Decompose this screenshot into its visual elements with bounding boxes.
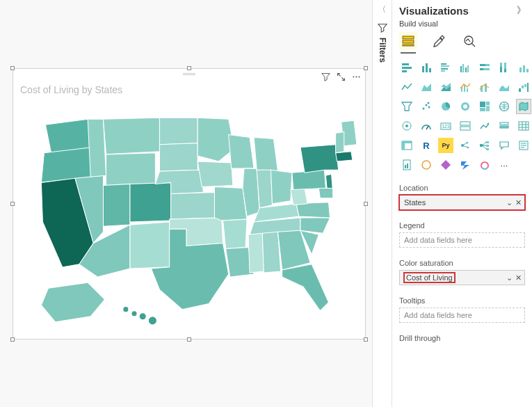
viz-filled-map-icon[interactable] bbox=[516, 99, 531, 114]
viz-powerapps-icon[interactable] bbox=[438, 157, 453, 173]
viz-line-stacked-icon[interactable] bbox=[516, 60, 531, 75]
viz-multi-row-card-icon[interactable] bbox=[458, 118, 473, 134]
viz-arcgis-icon[interactable] bbox=[419, 157, 434, 173]
viz-funnel-icon[interactable] bbox=[399, 99, 414, 114]
viz-table-icon[interactable] bbox=[516, 118, 531, 134]
field-label: Tooltips bbox=[399, 296, 525, 305]
state-ia[interactable] bbox=[198, 161, 233, 186]
viz-custom-1-icon[interactable] bbox=[477, 157, 492, 173]
map-visual[interactable]: Cost of Living by States bbox=[13, 68, 366, 340]
state-mi[interactable] bbox=[254, 138, 277, 172]
viz-stacked-bar-icon[interactable] bbox=[399, 60, 414, 75]
viz-100-column-icon[interactable] bbox=[497, 60, 512, 75]
state-ak[interactable] bbox=[41, 282, 104, 322]
viz-line-clustered-column-icon[interactable] bbox=[458, 79, 473, 95]
tab-analytics[interactable] bbox=[460, 32, 478, 50]
svg-rect-24 bbox=[462, 64, 464, 72]
state-nd[interactable] bbox=[159, 118, 198, 144]
field-well-tooltips[interactable]: Add data fields here bbox=[399, 308, 525, 323]
resize-handle[interactable] bbox=[10, 337, 15, 342]
state-in[interactable] bbox=[257, 170, 272, 208]
field-well-legend[interactable]: Add data fields here bbox=[399, 232, 525, 248]
choropleth-map[interactable] bbox=[20, 104, 358, 332]
viz-r-visual-icon[interactable]: R bbox=[419, 138, 434, 153]
chevron-down-icon[interactable]: ⌄ bbox=[506, 198, 513, 207]
state-co[interactable] bbox=[130, 182, 171, 222]
state-nc[interactable] bbox=[300, 218, 330, 233]
state-wv[interactable] bbox=[291, 188, 307, 205]
viz-get-more-icon[interactable]: ··· bbox=[497, 157, 512, 173]
viz-smart-narrative-icon[interactable] bbox=[516, 138, 531, 153]
viz-qa-icon[interactable] bbox=[497, 138, 512, 153]
state-wy[interactable] bbox=[106, 153, 156, 186]
viz-waterfall-icon[interactable] bbox=[516, 79, 531, 95]
state-hi[interactable] bbox=[123, 307, 157, 325]
field-well-color[interactable]: Cost of Living ⌄ ✕ bbox=[399, 270, 525, 285]
viz-matrix-icon[interactable] bbox=[399, 138, 414, 153]
state-pa[interactable] bbox=[292, 170, 326, 189]
viz-python-visual-icon[interactable]: Py bbox=[438, 138, 453, 153]
resize-handle[interactable] bbox=[187, 337, 191, 342]
resize-handle[interactable] bbox=[364, 337, 368, 342]
viz-100-bar-icon[interactable] bbox=[477, 60, 492, 75]
resize-handle[interactable] bbox=[364, 202, 368, 206]
viz-line-stacked-column-icon[interactable] bbox=[477, 79, 492, 95]
remove-field-icon[interactable]: ✕ bbox=[515, 273, 522, 282]
state-ny[interactable] bbox=[300, 145, 339, 173]
viz-azure-map-icon[interactable] bbox=[399, 118, 414, 134]
state-ks[interactable] bbox=[171, 193, 215, 219]
state-nm[interactable] bbox=[130, 222, 170, 269]
state-oh[interactable] bbox=[271, 170, 291, 204]
viz-key-influencers-icon[interactable] bbox=[458, 138, 473, 153]
field-well-location[interactable]: States ⌄ ✕ bbox=[399, 195, 525, 210]
viz-gauge-icon[interactable] bbox=[419, 118, 434, 134]
state-id[interactable] bbox=[88, 119, 106, 177]
viz-stacked-column-icon[interactable] bbox=[419, 60, 434, 75]
filters-pane-collapsed[interactable]: 〈 Filters bbox=[372, 0, 392, 407]
viz-clustered-column-icon[interactable] bbox=[458, 60, 473, 75]
resize-handle[interactable] bbox=[10, 202, 15, 206]
state-fl[interactable] bbox=[282, 264, 329, 311]
viz-scatter-icon[interactable] bbox=[419, 99, 434, 114]
state-vt-nh[interactable] bbox=[336, 131, 344, 152]
drag-grip-icon[interactable] bbox=[182, 71, 196, 77]
svg-rect-73 bbox=[519, 122, 529, 130]
viz-paginated-report-icon[interactable] bbox=[399, 157, 414, 173]
viz-card-icon[interactable]: 123 bbox=[438, 118, 453, 134]
state-ut[interactable] bbox=[103, 184, 129, 226]
viz-map-icon[interactable] bbox=[497, 99, 512, 114]
viz-donut-icon[interactable] bbox=[458, 99, 473, 114]
state-ar[interactable] bbox=[223, 219, 247, 249]
state-mt[interactable] bbox=[103, 118, 159, 154]
filter-icon[interactable] bbox=[321, 72, 330, 81]
state-sd[interactable] bbox=[159, 143, 198, 172]
viz-ribbon-icon[interactable] bbox=[497, 79, 512, 95]
state-wi[interactable] bbox=[229, 135, 254, 169]
viz-kpi-icon[interactable] bbox=[477, 118, 492, 134]
state-md-de[interactable] bbox=[319, 188, 332, 198]
resize-handle[interactable] bbox=[10, 66, 15, 70]
more-options-icon[interactable] bbox=[351, 72, 361, 81]
chevron-down-icon[interactable]: ⌄ bbox=[506, 273, 513, 282]
viz-decomposition-tree-icon[interactable] bbox=[477, 138, 492, 153]
viz-line-icon[interactable] bbox=[399, 79, 414, 95]
focus-mode-icon[interactable] bbox=[336, 72, 346, 81]
viz-stacked-area-icon[interactable] bbox=[438, 79, 453, 95]
state-ms[interactable] bbox=[248, 233, 264, 273]
viz-powerautomate-icon[interactable] bbox=[458, 157, 473, 173]
state-mo[interactable] bbox=[214, 186, 247, 221]
chevron-left-icon[interactable]: 〈 bbox=[378, 4, 386, 15]
remove-field-icon[interactable]: ✕ bbox=[515, 198, 522, 207]
state-ma[interactable] bbox=[336, 152, 353, 161]
viz-area-icon[interactable] bbox=[419, 79, 434, 95]
viz-pie-icon[interactable] bbox=[438, 99, 453, 114]
viz-treemap-icon[interactable] bbox=[477, 99, 492, 114]
collapse-pane-icon[interactable]: 》 bbox=[517, 4, 525, 17]
viz-slicer-icon[interactable] bbox=[497, 118, 512, 134]
viz-clustered-bar-icon[interactable] bbox=[438, 60, 453, 75]
tab-format[interactable] bbox=[430, 32, 448, 50]
tab-fields[interactable] bbox=[399, 32, 417, 50]
state-al[interactable] bbox=[262, 232, 280, 273]
resize-handle[interactable] bbox=[364, 66, 368, 70]
resize-handle[interactable] bbox=[187, 66, 191, 70]
